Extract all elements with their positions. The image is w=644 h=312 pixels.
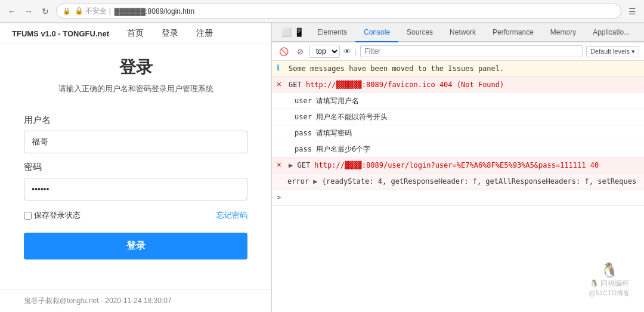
inspect-icon[interactable]: ⬜ — [281, 27, 292, 37]
error-link-2[interactable]: http://▓▓▓▓:8089/user/login?user=%E7%A6%… — [314, 161, 586, 169]
console-toolbar: 🚫 ⊘ top 👁 | Default levels ▾ — [272, 42, 644, 61]
nav-register[interactable]: 注册 — [196, 28, 213, 39]
error-link-1[interactable]: http://▓▓▓▓▓▓:8089/favicon.ico — [306, 81, 435, 89]
expand-triangle[interactable]: ▶ — [289, 160, 293, 171]
msg-pass1-text: pass 请填写密码 — [284, 128, 352, 138]
username-label: 用户名 — [24, 115, 247, 126]
devtools-tabbar: ⬜ 📱 Elements Console Sources Network Per… — [272, 23, 644, 42]
clear-console-icon[interactable]: 🚫 — [277, 46, 291, 57]
page-footer: 鬼谷子叔叔@tongfu.net - 2020-11-24 18:30:07 — [0, 289, 271, 312]
console-msg-pass1: pass 请填写密码 — [272, 125, 644, 141]
tab-network[interactable]: Network — [441, 23, 484, 42]
error-obj-text: error ▶ {readyState: 4, getResponseHeade… — [277, 176, 636, 187]
filter-icon[interactable]: ⊘ — [295, 46, 306, 57]
error-icon-2: ✕ — [277, 160, 285, 169]
remember-checkbox-label[interactable]: 保存登录状态 — [24, 210, 80, 221]
device-icon[interactable]: 📱 — [294, 27, 304, 37]
back-button[interactable]: ← — [6, 5, 18, 17]
watermark-line2: @51CTO博客 — [589, 289, 630, 298]
info-message-text: Some messages have been moved to the Iss… — [289, 63, 504, 74]
console-msg-pass2: pass 用户名最少6个字 — [272, 141, 644, 157]
tab-performance[interactable]: Performance — [484, 23, 542, 42]
security-icon: 🔒 — [63, 7, 71, 15]
address-bar[interactable]: 🔒 🔒 不安全 | ▓▓▓▓▓▓:8089/login.htm — [56, 4, 621, 18]
tab-memory[interactable]: Memory — [542, 23, 584, 42]
default-levels-button[interactable]: Default levels ▾ — [586, 46, 639, 57]
security-label: 🔒 不安全 | — [75, 6, 111, 16]
refresh-button[interactable]: ↻ — [39, 5, 51, 17]
tab-console[interactable]: Console — [355, 23, 398, 42]
info-icon: ℹ — [277, 63, 285, 72]
login-button[interactable]: 登录 — [24, 233, 247, 260]
address-url: ▓▓▓▓▓▓:8089/login.htm — [114, 7, 195, 16]
remember-checkbox[interactable] — [24, 212, 32, 220]
error-404-text: GET http://▓▓▓▓▓▓:8089/favicon.ico 404 (… — [289, 79, 504, 90]
page-title: 登录 — [24, 56, 247, 79]
console-msg-user2: user 用户名不能以符号开头 — [272, 109, 644, 125]
password-input[interactable] — [24, 178, 247, 200]
msg-pass2-text: pass 用户名最少6个字 — [284, 144, 370, 155]
watermark: 🐧 🐧 同福编程 @51CTO博客 — [589, 262, 630, 298]
nav-login[interactable]: 登录 — [162, 28, 178, 39]
context-selector[interactable]: top — [309, 45, 340, 58]
nav-home[interactable]: 首页 — [127, 28, 144, 39]
page-navigation: TFUMS v1.0 - TONGFU.net 首页 登录 注册 — [0, 23, 271, 44]
console-msg-error-obj: error ▶ {readyState: 4, getResponseHeade… — [272, 174, 644, 190]
filter-input[interactable] — [360, 45, 583, 57]
console-message-login-error: ✕ ▶ GET http://▓▓▓▓:8089/user/login?user… — [272, 157, 644, 174]
tab-sources[interactable]: Sources — [398, 23, 441, 42]
menu-button[interactable]: ☰ — [626, 5, 638, 17]
username-input[interactable] — [24, 131, 247, 153]
error-icon-1: ✕ — [277, 79, 285, 88]
prompt-arrow[interactable]: > — [277, 192, 281, 203]
tab-application[interactable]: Applicatio... — [584, 23, 638, 42]
expand-arrow[interactable]: ▶ — [313, 177, 317, 186]
password-label: 密码 — [24, 162, 247, 173]
watermark-emoji: 🐧 — [589, 262, 630, 279]
eye-icon[interactable]: 👁 — [343, 47, 351, 56]
console-prompt: > — [272, 190, 644, 206]
console-body: ℹ Some messages have been moved to the I… — [272, 61, 644, 312]
msg-user1-text: user 请填写用户名 — [284, 95, 359, 106]
tab-elements[interactable]: Elements — [309, 23, 355, 42]
console-msg-user1: user 请填写用户名 — [272, 93, 644, 109]
watermark-line1: 🐧 同福编程 — [589, 279, 630, 289]
msg-user2-text: user 用户名不能以符号开头 — [284, 112, 388, 122]
forward-button[interactable]: → — [23, 5, 35, 17]
site-brand: TFUMS v1.0 - TONGFU.net — [12, 29, 109, 38]
forgot-password-link[interactable]: 忘记密码 — [216, 210, 247, 221]
login-subtitle: 请输入正确的用户名和密码登录用户管理系统 — [24, 84, 247, 94]
console-message-info: ℹ Some messages have been moved to the I… — [272, 61, 644, 77]
error-login-text: ▶ GET http://▓▓▓▓:8089/user/login?user=%… — [289, 160, 599, 171]
console-message-404: ✕ GET http://▓▓▓▓▓▓:8089/favicon.ico 404… — [272, 77, 644, 93]
